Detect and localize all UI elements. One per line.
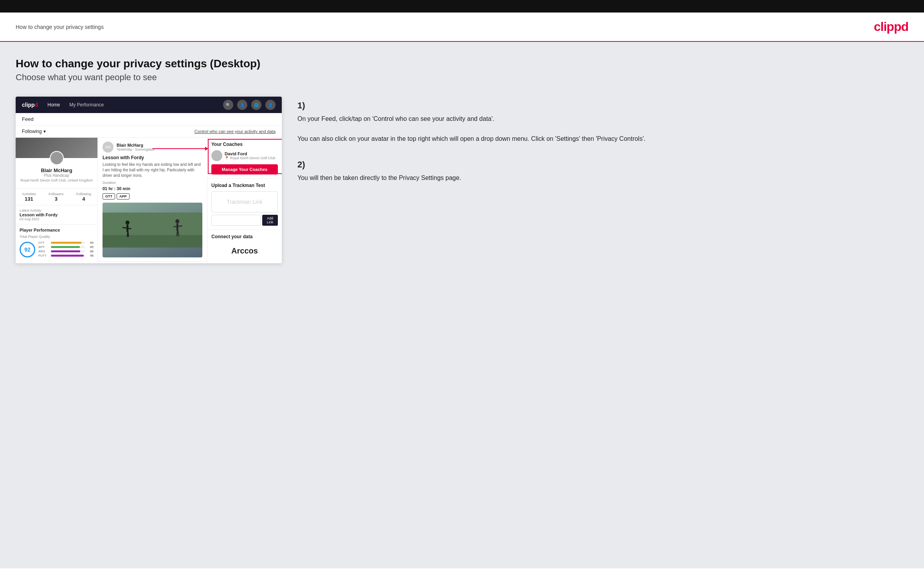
screenshot-mockup: clippd Home My Performance 🔍 👤 🌐 👤 Feed … [16,97,282,263]
main-content: How to change your privacy settings (Des… [0,42,924,568]
tag-app: APP [117,193,130,200]
trackman-section: Upload a Trackman Test Trackman Link Add… [207,179,282,230]
page-title: How to change your privacy settings (Des… [16,58,908,70]
avatar [50,151,64,165]
site-logo: clippd [874,20,908,34]
person-icon[interactable]: 👤 [237,100,247,110]
instruction-text-2: You will then be taken directly to the P… [297,173,908,183]
top-bar [0,0,924,13]
stat-activities: Activities 131 [22,192,36,202]
svg-rect-1 [103,235,202,248]
activity-header: BM Blair McHarg Yesterday · Sunningdale [103,142,202,153]
following-bar: Following ▾ Control who can see your act… [16,126,282,138]
instruction-number-2: 2) [297,160,908,170]
player-performance: Player Performance Total Player Quality … [16,224,97,261]
duration-row: Duration [103,181,202,185]
instruction-text-1: On your Feed, click/tap on 'Control who … [297,114,908,144]
app-nav: clippd Home My Performance 🔍 👤 🌐 👤 [16,97,282,113]
quality-row: 92 OTT 90 APP 85 [20,241,94,258]
feed-tab[interactable]: Feed [16,113,282,126]
search-icon[interactable]: 🔍 [223,100,233,110]
svg-rect-8 [177,223,178,231]
content-row: clippd Home My Performance 🔍 👤 🌐 👤 Feed … [16,97,908,263]
activity-image [103,203,202,257]
stat-followers: Followers 3 [49,192,64,202]
svg-point-7 [175,219,179,223]
duration-value: 01 hr : 30 min [103,186,202,191]
right-panel: Your Coaches David Ford 📍 Royal North De… [207,138,282,263]
latest-activity: Latest Activity Lesson with Fordy 03 Aug… [16,205,97,224]
manage-coaches-button[interactable]: Manage Your Coaches [211,164,278,174]
page-subtitle: Choose what you want people to see [16,72,908,83]
control-link[interactable]: Control who can see your activity and da… [195,129,276,134]
activity-card: BM Blair McHarg Yesterday · Sunningdale … [98,138,207,262]
add-link-button[interactable]: Add Link [262,215,278,226]
trackman-input-row: Add Link [211,215,278,226]
trackman-input[interactable] [211,215,261,226]
stat-following: Following 4 [76,192,91,202]
instruction-2: 2) You will then be taken directly to th… [297,160,908,183]
instruction-1: 1) On your Feed, click/tap on 'Control w… [297,101,908,144]
arccos-display: Arccos [211,243,278,259]
tag-ott: OTT [103,193,115,200]
profile-stats: Activities 131 Followers 3 Following 4 [16,189,97,205]
instructions-column: 1) On your Feed, click/tap on 'Control w… [297,97,908,198]
quality-score: 92 [20,242,35,257]
metric-arg: ARG 86 [38,250,94,253]
profile-handicap: Plus Handicap [20,173,94,178]
nav-icons: 🔍 👤 🌐 👤 [223,100,276,110]
profile-name: Blair McHarg [20,167,94,173]
metric-ott: OTT 90 [38,241,94,244]
avatar-icon[interactable]: 👤 [265,100,276,110]
feed-body: Blair McHarg Plus Handicap Royal North D… [16,138,282,263]
instruction-number-1: 1) [297,101,908,111]
compass-icon[interactable]: 🌐 [251,100,261,110]
nav-item-home[interactable]: Home [47,102,60,108]
nav-item-performance[interactable]: My Performance [69,102,104,108]
activity-feed: BM Blair McHarg Yesterday · Sunningdale … [98,138,207,263]
trackman-link-display: Trackman Link [211,191,278,212]
metric-app: APP 85 [38,245,94,249]
app-logo: clippd [22,102,38,108]
coach-item: David Ford 📍 Royal North Devon Golf Club [211,150,278,161]
metric-putt: PUTT 96 [38,254,94,257]
breadcrumb: How to change your privacy settings [16,24,104,30]
metrics: OTT 90 APP 85 ARG [38,241,94,258]
profile-panel: Blair McHarg Plus Handicap Royal North D… [16,138,98,263]
site-footer: Copyright Clippd 2022 [0,568,924,577]
coach-avatar [211,150,222,161]
coaches-section: Your Coaches David Ford 📍 Royal North De… [207,138,282,179]
following-button[interactable]: Following ▾ [22,129,46,134]
activity-tags: OTT APP [103,193,202,200]
svg-point-2 [126,221,130,225]
profile-club: Royal North Devon Golf Club, United King… [20,178,94,182]
activity-user-avatar: BM [103,142,113,153]
site-header: How to change your privacy settings clip… [0,13,924,42]
connect-section: Connect your data Arccos [207,230,282,263]
profile-banner [16,138,97,158]
